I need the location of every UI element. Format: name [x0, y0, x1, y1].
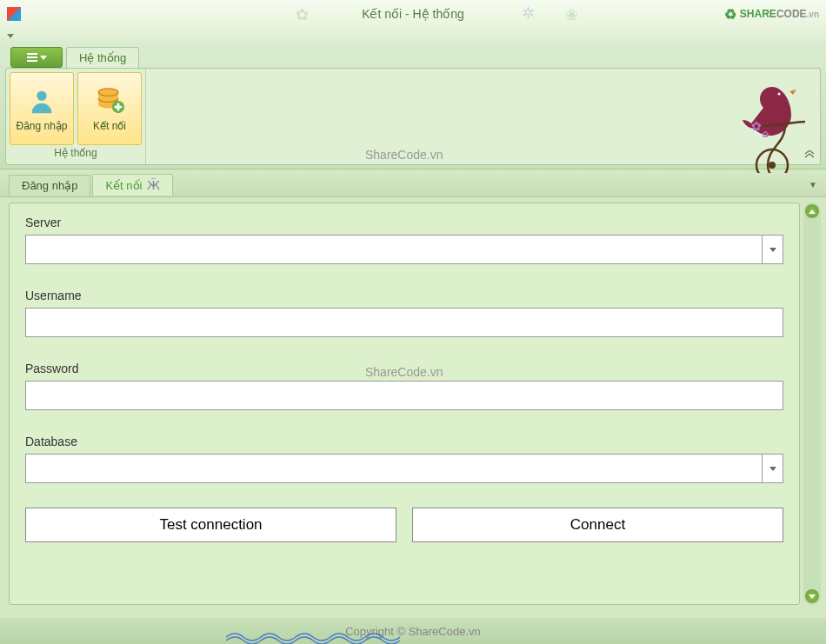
sharecode-logo: ♻ SHARECODE.vn — [724, 6, 819, 23]
ribbon-collapse-button[interactable] — [804, 150, 815, 161]
ribbon: Hệ thống Đăng nhập — [0, 43, 826, 169]
ribbon-tab-label: Hệ thống — [79, 51, 126, 64]
username-label: Username — [25, 289, 783, 302]
wave-decoration — [226, 628, 400, 644]
test-connection-button[interactable]: Test connection — [25, 508, 396, 542]
vertical-scrollbar[interactable] — [803, 202, 821, 605]
content-area: Server Username Password Database Test c… — [0, 197, 826, 610]
connect-button[interactable]: Connect — [412, 508, 783, 542]
tab-label: Đăng nhập — [22, 179, 77, 192]
username-input[interactable] — [25, 308, 783, 337]
application-menu-button[interactable] — [10, 47, 63, 68]
password-label: Password — [25, 362, 783, 375]
ribbon-button-label: Đăng nhập — [16, 120, 67, 132]
tab-login[interactable]: Đăng nhập — [9, 175, 90, 196]
database-input[interactable] — [25, 454, 763, 483]
connect-form: Server Username Password Database Test c… — [9, 202, 800, 605]
ribbon-button-label: Kết nối — [93, 120, 126, 132]
user-icon — [26, 85, 57, 116]
ribbon-group-system: Đăng nhập Kết nối Hệ thống — [6, 69, 146, 164]
status-bar: Copyright © ShareCode.vn — [0, 618, 826, 644]
app-icon — [7, 7, 21, 21]
document-tabs: Đăng nhập Kết nối Ӝ ▼ — [0, 173, 826, 197]
qat-dropdown-icon[interactable] — [7, 34, 14, 38]
tab-label: Kết nối — [105, 179, 142, 192]
tab-connect[interactable]: Kết nối Ӝ — [92, 174, 173, 196]
scroll-up-button[interactable] — [805, 204, 819, 218]
server-input[interactable] — [25, 235, 763, 264]
titlebar: Kết nối - Hệ thống ♻ SHARECODE.vn ✿ ✲ ❀ — [0, 0, 826, 28]
window-title: Kết nối - Hệ thống — [362, 7, 464, 21]
ribbon-group-label: Hệ thống — [10, 145, 142, 161]
butterfly-icon: Ӝ — [147, 178, 160, 192]
ribbon-tab-system[interactable]: Hệ thống — [66, 47, 139, 68]
password-input[interactable] — [25, 381, 783, 410]
ribbon-connect-button[interactable]: Kết nối — [77, 72, 142, 145]
quick-access-toolbar — [0, 28, 826, 43]
recycle-icon: ♻ — [724, 6, 736, 23]
server-dropdown-button[interactable] — [763, 235, 783, 264]
tabs-menu-button[interactable]: ▼ — [809, 180, 817, 189]
ribbon-login-button[interactable]: Đăng nhập — [10, 72, 74, 145]
database-label: Database — [25, 435, 783, 448]
database-dropdown-button[interactable] — [763, 454, 783, 483]
svg-point-0 — [37, 91, 46, 101]
scroll-down-button[interactable] — [805, 589, 819, 603]
database-icon — [94, 85, 125, 116]
server-label: Server — [25, 216, 783, 229]
